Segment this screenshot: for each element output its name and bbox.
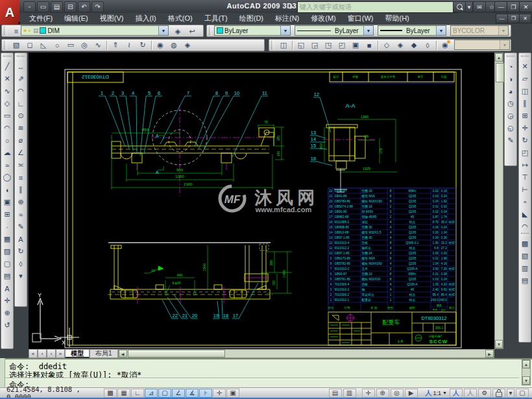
qp-toggle[interactable]: ▣	[226, 389, 239, 398]
scale-icon[interactable]: ◰	[520, 147, 531, 159]
gradient-icon[interactable]: ▨	[2, 245, 13, 258]
extend-icon[interactable]: ⊢	[520, 184, 531, 196]
model-button[interactable]: ▤	[329, 389, 342, 398]
dim-linear-icon[interactable]: ↔	[16, 60, 27, 73]
dim-angular-icon[interactable]: ∠	[16, 147, 27, 159]
subtract-icon[interactable]: ◍	[167, 39, 180, 51]
menu-item-1[interactable]: 编辑(E)	[58, 13, 94, 24]
dim-aligned-icon[interactable]: ⇗	[16, 73, 27, 85]
edit-polyline-icon[interactable]: ◕	[505, 85, 516, 97]
sphere-icon[interactable]: ○	[51, 39, 64, 51]
tab-last-icon[interactable]: »	[56, 349, 65, 358]
view-back-icon[interactable]: ■	[363, 39, 376, 51]
box-icon[interactable]: ◻	[23, 39, 36, 51]
menu-item-7[interactable]: 标注(N)	[269, 13, 305, 24]
array-icon[interactable]: ⊞	[520, 110, 531, 122]
redo-icon[interactable]: ↷	[91, 1, 104, 12]
scrollbar-thumb[interactable]	[128, 350, 225, 357]
toolbar-lock-button[interactable]	[492, 389, 505, 398]
orbit-icon[interactable]: ↺	[2, 319, 13, 332]
lwt-toggle[interactable]: ✛	[213, 389, 226, 398]
scroll-up-icon[interactable]: ▲	[495, 53, 503, 62]
polygon-icon[interactable]: ◇	[2, 97, 13, 110]
fillet-icon[interactable]: ◠	[520, 221, 531, 233]
move-icon[interactable]: ✛	[520, 122, 531, 134]
osnap-toggle[interactable]: ▢	[158, 389, 171, 398]
horizontal-scrollbar[interactable]: ◀ ▶	[118, 349, 494, 358]
toolbar-grip[interactable]	[521, 233, 529, 236]
camera-icon[interactable]: ◉	[439, 39, 452, 51]
iso-se-icon[interactable]: ◈	[394, 39, 407, 51]
communication-center-icon[interactable]: ✉	[473, 1, 486, 12]
extrude-icon[interactable]: ⇑	[109, 39, 122, 51]
view-right-icon[interactable]: ◰	[335, 39, 348, 51]
tab-prev-icon[interactable]: ‹	[38, 349, 47, 358]
chevron-down-icon[interactable]: ▼	[158, 26, 168, 35]
drawing-canvas[interactable]: DTII030312 标记 处数 更改文件号 签字 日期	[29, 53, 494, 349]
line-icon[interactable]: ╱	[2, 60, 13, 73]
toolbar-grip[interactable]	[17, 56, 25, 59]
scroll-down-icon[interactable]: ▼	[495, 340, 503, 348]
center-mark-icon[interactable]: ⊕	[16, 196, 27, 208]
helix-icon[interactable]: ∿	[91, 39, 104, 51]
table-icon[interactable]: ▤	[2, 270, 13, 282]
trim-icon[interactable]: ⊤	[520, 171, 531, 184]
toolbar-grip[interactable]	[271, 41, 274, 49]
toolbar-grip[interactable]	[209, 27, 212, 35]
edit-hatch-icon[interactable]: ◑	[505, 73, 516, 85]
dyn-toggle[interactable]: ⊦	[199, 389, 212, 398]
toolbar-grip[interactable]	[521, 56, 529, 59]
draworder-icon[interactable]: ◔	[505, 60, 516, 73]
scroll-left-icon[interactable]: ◀	[119, 350, 127, 357]
mtext-icon[interactable]: A	[2, 282, 13, 295]
dim-diameter-icon[interactable]: ⌀	[16, 134, 27, 147]
scrollbar-thumb[interactable]	[496, 63, 504, 82]
menu-item-4[interactable]: 格式(O)	[162, 13, 199, 24]
erase-icon[interactable]: ✕	[520, 60, 531, 73]
edit-text-icon[interactable]: ✎	[505, 134, 516, 147]
insert-block-icon[interactable]: ▣	[2, 196, 13, 208]
plot-icon[interactable]: ⊟	[64, 1, 77, 12]
dim-update-icon[interactable]: ↻	[16, 245, 27, 258]
dim-ordinate-icon[interactable]: ∟	[16, 97, 27, 110]
search-options-icon[interactable]: ▾	[465, 1, 473, 12]
dim-jogline-icon[interactable]: ≈	[16, 208, 27, 221]
hatch-icon[interactable]: ▦	[2, 233, 13, 245]
zoom-icon[interactable]: ⊕	[2, 307, 13, 319]
revcloud-icon[interactable]: ☁	[2, 147, 13, 159]
bring-to-front-icon[interactable]: ▩	[520, 237, 531, 250]
close-button[interactable]: ✕	[519, 1, 532, 12]
search-icon[interactable]	[453, 1, 466, 12]
ellipse-icon[interactable]: ◯	[2, 171, 13, 184]
scroll-down-icon[interactable]: ▼	[522, 376, 530, 385]
doc-close-button[interactable]: ✕	[519, 14, 531, 23]
toolbar-grip[interactable]	[4, 41, 7, 49]
dim-jogged-icon[interactable]: ≋	[16, 122, 27, 134]
pan-icon[interactable]: ✛	[2, 295, 13, 307]
status-menu-icon[interactable]: ▾	[507, 389, 514, 398]
menu-item-3[interactable]: 插入(I)	[129, 13, 162, 24]
annotation-scale-button[interactable]: 人 1:1 ▼	[424, 389, 449, 398]
point-icon[interactable]: ·	[2, 221, 13, 233]
menu-item-2[interactable]: 视图(V)	[94, 13, 130, 24]
scroll-right-icon[interactable]: ▶	[485, 350, 494, 357]
workspace-gear-button[interactable]: ⚙	[478, 389, 491, 398]
revolve-icon[interactable]: ↻	[136, 39, 149, 51]
pan-button[interactable]: ✛	[362, 389, 375, 398]
union-icon[interactable]: ◉	[154, 39, 167, 51]
minimize-button[interactable]: —	[494, 1, 508, 12]
tab-next-icon[interactable]: ›	[47, 349, 56, 358]
lineweight-dropdown[interactable]: ByLayer ▼	[378, 25, 446, 36]
doc-minimize-button[interactable]: —	[496, 14, 508, 23]
command-window-grip[interactable]	[0, 358, 5, 387]
tab-first-icon[interactable]: «	[29, 349, 38, 358]
iso-nw-icon[interactable]: ◊	[421, 39, 434, 51]
edit-attribute-icon[interactable]: ◵	[505, 122, 516, 134]
make-object-layer-current-icon[interactable]: ◈	[171, 25, 184, 38]
linetype-dropdown[interactable]: ByLayer ▼	[295, 25, 374, 36]
polar-toggle[interactable]: ⊿	[145, 389, 158, 398]
vertical-scrollbar[interactable]: ▲ ▼	[494, 53, 503, 349]
dim-edit-icon[interactable]: ✎	[16, 221, 27, 233]
steering-wheel-button[interactable]: ◎	[391, 389, 404, 398]
dim-arclength-icon[interactable]: ◠	[16, 85, 27, 97]
